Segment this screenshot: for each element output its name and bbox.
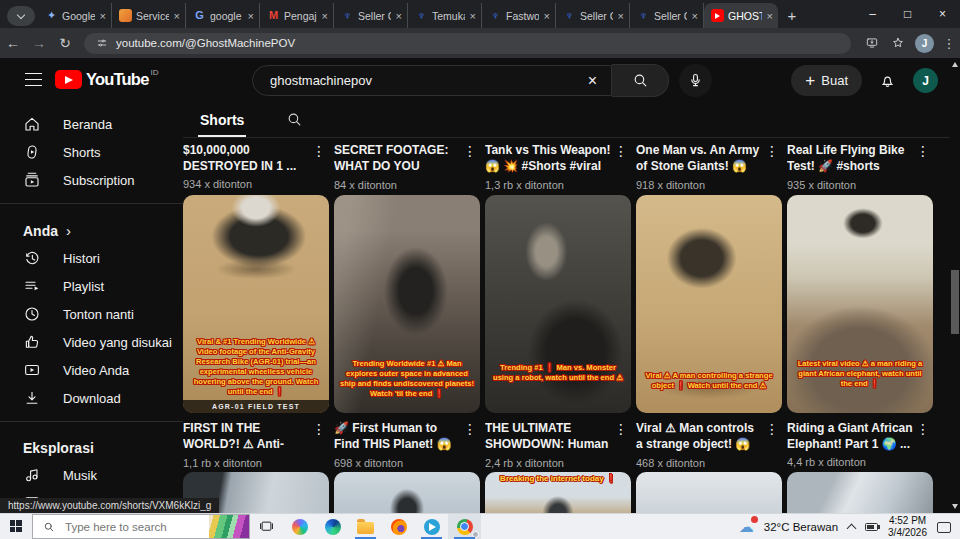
sidebar-header-anda[interactable]: Anda ›: [0, 213, 183, 244]
more-options-icon[interactable]: ⋮: [312, 421, 326, 437]
shorts-title[interactable]: FIRST IN THE WORLD?! ⚠ Anti-Gravity ...: [183, 420, 310, 453]
telegram-button[interactable]: [415, 514, 448, 539]
start-button[interactable]: [0, 514, 32, 539]
shorts-thumbnail-strange-object[interactable]: Viral ⚠ A man controlling a strange obje…: [636, 195, 782, 413]
shorts-card[interactable]: $10,000,000 DESTROYED IN 1 ... 934 x dit…: [183, 142, 329, 195]
tab-close-icon[interactable]: ×: [617, 10, 625, 22]
sidebar-item-video-disukai[interactable]: Video yang disukai: [0, 328, 183, 356]
browser-tab-pengaju[interactable]: M Pengaju ×: [260, 3, 334, 28]
tab-close-icon[interactable]: ×: [543, 10, 551, 22]
tab-close-icon[interactable]: ×: [691, 10, 699, 22]
more-options-icon[interactable]: ⋮: [916, 143, 930, 159]
more-options-icon[interactable]: ⋮: [765, 143, 779, 159]
forward-button[interactable]: →: [26, 35, 52, 51]
shorts-card[interactable]: FIRST IN THE WORLD?! ⚠ Anti-Gravity ... …: [183, 420, 329, 473]
sidebar-item-download[interactable]: Download: [0, 384, 183, 412]
address-bar[interactable]: youtube.com/@GhostMachinePOV: [84, 33, 851, 54]
browser-menu-icon[interactable]: ⋮: [938, 36, 960, 51]
youtube-profile-avatar[interactable]: J: [913, 68, 938, 93]
more-options-icon[interactable]: ⋮: [614, 421, 628, 437]
tab-shorts[interactable]: Shorts: [200, 102, 244, 137]
scroll-up-arrow-icon[interactable]: [952, 62, 958, 67]
tab-close-icon[interactable]: ×: [469, 10, 477, 22]
more-options-icon[interactable]: ⋮: [463, 143, 477, 159]
youtube-search-button[interactable]: [612, 64, 669, 97]
search-highlight-image[interactable]: [209, 515, 249, 538]
browser-tab-seller-3[interactable]: ♆ Seller C ×: [630, 3, 704, 28]
sidebar-item-tonton-nanti[interactable]: Tonton nanti: [0, 300, 183, 328]
youtube-logo[interactable]: YouTube ID: [55, 70, 159, 89]
more-options-icon[interactable]: ⋮: [463, 421, 477, 437]
shorts-title[interactable]: $10,000,000 DESTROYED IN 1 ...: [183, 142, 310, 174]
tab-close-icon[interactable]: ×: [99, 10, 107, 22]
shorts-title[interactable]: One Man vs. An Army of Stone Giants! 😱 #…: [636, 142, 763, 175]
taskbar-search[interactable]: [32, 514, 250, 539]
task-view-button[interactable]: [250, 514, 283, 539]
shorts-thumbnail-giant-elephant[interactable]: Latest viral video ⚠ a man riding a gian…: [787, 195, 933, 413]
tab-close-icon[interactable]: ×: [321, 10, 329, 22]
tab-close-icon[interactable]: ×: [766, 10, 774, 22]
browser-tab-temuka[interactable]: ♆ Temuka ×: [408, 3, 482, 28]
youtube-search-input-wrap[interactable]: ×: [252, 65, 612, 96]
shorts-title[interactable]: Tank vs This Weapon! 😱 💥 #Shorts #viral …: [485, 142, 612, 175]
create-button[interactable]: + Buat: [791, 65, 862, 96]
back-button[interactable]: ←: [0, 35, 26, 51]
scrollbar-thumb[interactable]: [951, 270, 959, 334]
browser-tab-google[interactable]: ✦ Google ×: [38, 3, 112, 28]
shorts-thumbnail-partial[interactable]: [787, 472, 933, 513]
guide-menu-icon[interactable]: [25, 73, 42, 86]
bookmark-star-icon[interactable]: [885, 36, 911, 50]
chrome-button[interactable]: [448, 514, 481, 539]
sidebar-item-subscription[interactable]: Subscription: [0, 166, 183, 194]
clear-search-icon[interactable]: ×: [582, 72, 603, 90]
battery-icon[interactable]: [865, 523, 878, 531]
shorts-title[interactable]: THE ULTIMATE SHOWDOWN: Human ...: [485, 420, 612, 453]
tab-close-icon[interactable]: ×: [247, 10, 255, 22]
browser-tab-service[interactable]: Service ×: [112, 3, 186, 28]
install-app-icon[interactable]: [859, 36, 885, 50]
shorts-thumbnail-partial[interactable]: [334, 472, 480, 513]
channel-search-icon[interactable]: [286, 111, 303, 128]
shorts-card[interactable]: Viral ⚠ Man controls a strange object! 😱…: [636, 420, 782, 473]
page-scrollbar[interactable]: [950, 58, 960, 513]
shorts-title[interactable]: SECRET FOOTAGE: WHAT DO YOU THINK...: [334, 142, 461, 175]
browser-tab-fastwork[interactable]: ♆ Fastwor ×: [482, 3, 556, 28]
window-minimize-button[interactable]: –: [855, 0, 890, 28]
shorts-title[interactable]: Riding a Giant African Elephant! Part 1 …: [787, 420, 914, 452]
voice-search-button[interactable]: [679, 64, 712, 97]
firefox-button[interactable]: [382, 514, 415, 539]
more-options-icon[interactable]: ⋮: [765, 421, 779, 437]
sidebar-item-video-anda[interactable]: Video Anda: [0, 356, 183, 384]
new-tab-button[interactable]: +: [778, 3, 806, 28]
edge-button[interactable]: [316, 514, 349, 539]
sidebar-item-playlist[interactable]: Playlist: [0, 272, 183, 300]
window-close-button[interactable]: ×: [925, 0, 960, 28]
shorts-thumbnail-space-ship[interactable]: Trending Worldwide #1 ⚠ Man explores out…: [334, 195, 480, 413]
shorts-thumbnail-partial[interactable]: Breaking the internet today ❗: [485, 472, 631, 513]
more-options-icon[interactable]: ⋮: [312, 143, 326, 159]
shorts-title[interactable]: Viral ⚠ Man controls a strange object! 😱…: [636, 420, 763, 453]
shorts-card[interactable]: Riding a Giant African Elephant! Part 1 …: [787, 420, 933, 473]
action-center-icon[interactable]: [937, 522, 951, 533]
browser-tab-google-search[interactable]: G google ×: [186, 3, 260, 28]
shorts-thumbnail-anti-gravity-bike[interactable]: Viral & #1 Trending Worldwide ⚠ Video fo…: [183, 195, 329, 413]
taskbar-clock[interactable]: 4:52 PM 3/4/2026: [888, 515, 927, 539]
youtube-search-input[interactable]: [268, 72, 582, 89]
shorts-thumbnail-man-vs-monster[interactable]: Trending #1 ❗ Man vs. Monster using a ro…: [485, 195, 631, 413]
shorts-card[interactable]: Real Life Flying Bike Test! 🚀 #shorts #v…: [787, 142, 933, 195]
tab-close-icon[interactable]: ×: [395, 10, 403, 22]
copilot-button[interactable]: [283, 514, 316, 539]
more-options-icon[interactable]: ⋮: [916, 421, 930, 437]
weather-cloud-icon[interactable]: ☁: [739, 519, 754, 534]
shorts-card[interactable]: One Man vs. An Army of Stone Giants! 😱 #…: [636, 142, 782, 195]
taskbar-search-input[interactable]: [63, 520, 183, 534]
shorts-card[interactable]: Tank vs This Weapon! 😱 💥 #Shorts #viral …: [485, 142, 631, 195]
notifications-bell-icon[interactable]: [879, 72, 896, 89]
browser-tab-ghostmachine-active[interactable]: GHOST ×: [704, 3, 778, 28]
browser-tab-seller-2[interactable]: ♆ Seller C ×: [556, 3, 630, 28]
tab-close-icon[interactable]: ×: [173, 10, 181, 22]
shorts-title[interactable]: Real Life Flying Bike Test! 🚀 #shorts #v…: [787, 142, 914, 175]
sidebar-item-musik[interactable]: Musik: [0, 461, 183, 489]
sidebar-item-beranda[interactable]: Beranda: [0, 110, 183, 138]
browser-profile-avatar[interactable]: J: [915, 34, 934, 53]
